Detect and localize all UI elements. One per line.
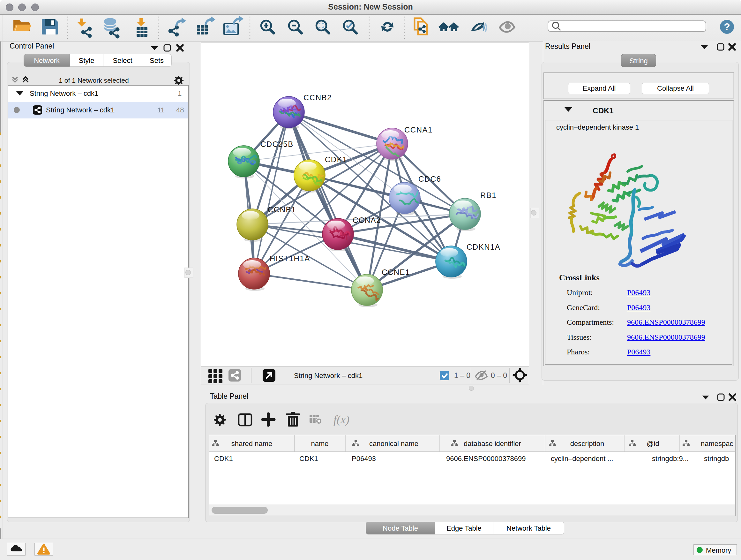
svg-text:RB1: RB1 [480, 191, 496, 199]
svg-text:shared name: shared name [231, 440, 272, 448]
svg-text:1 – 0: 1 – 0 [454, 371, 470, 380]
svg-text:stringdb: stringdb [704, 455, 729, 462]
svg-text:CDK1: CDK1 [325, 155, 347, 164]
svg-text:?: ? [724, 21, 730, 33]
svg-text:CCNB2: CCNB2 [304, 93, 332, 102]
svg-text:CDK1: CDK1 [214, 455, 233, 462]
svg-text:P06493: P06493 [352, 455, 376, 462]
svg-text:CDC6: CDC6 [418, 175, 441, 183]
svg-text:description: description [570, 440, 604, 448]
svg-text:name: name [311, 440, 328, 448]
svg-text:9606.ENSP00000378699: 9606.ENSP00000378699 [446, 455, 526, 462]
svg-text:0 – 0: 0 – 0 [491, 371, 507, 380]
svg-text:CDC25B: CDC25B [260, 140, 293, 148]
svg-text:canonical name: canonical name [369, 440, 418, 448]
svg-text:namespac: namespac [701, 440, 733, 448]
svg-text:CCNA1: CCNA1 [404, 125, 433, 134]
svg-text:database identifier: database identifier [464, 440, 521, 448]
svg-text:stringdb:9...: stringdb:9... [652, 455, 689, 462]
svg-text:CCNB1: CCNB1 [268, 205, 296, 214]
svg-text:CDK1: CDK1 [299, 455, 318, 462]
svg-text:@id: @id [647, 440, 659, 448]
svg-text:CDKN1A: CDKN1A [467, 243, 500, 251]
svg-text:f(x): f(x) [333, 413, 349, 426]
svg-text:CCNE1: CCNE1 [382, 268, 410, 276]
svg-text:CCNA2: CCNA2 [353, 216, 381, 225]
svg-text:String Network – cdk1: String Network – cdk1 [294, 372, 362, 380]
svg-text:HIST1H1A: HIST1H1A [270, 254, 310, 263]
svg-text:cyclin–dependent ...: cyclin–dependent ... [551, 455, 613, 462]
